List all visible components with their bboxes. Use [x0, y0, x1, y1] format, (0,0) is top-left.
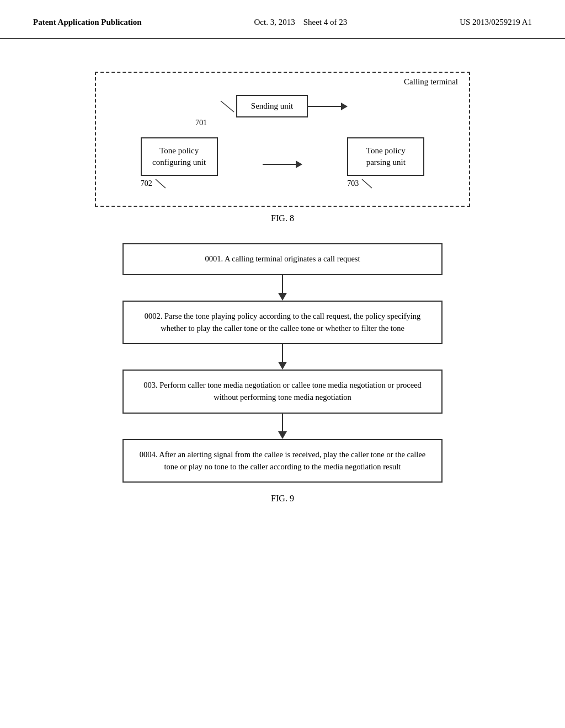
- publication-label: Patent Application Publication: [33, 18, 142, 27]
- ref-701: 701: [195, 119, 207, 127]
- fig8-diagram: Calling terminal 701 Sending unit: [95, 72, 470, 207]
- flow-step-1: 0001. A calling terminal originates a ca…: [122, 243, 443, 275]
- patent-number: US 2013/0259219 A1: [460, 18, 532, 27]
- fig8-caption: FIG. 8: [44, 213, 521, 223]
- fig9-diagram: 0001. A calling terminal originates a ca…: [122, 243, 443, 483]
- flow-step-2: 0002. Parse the tone playing policy acco…: [122, 301, 443, 345]
- calling-terminal-label: Calling terminal: [404, 77, 458, 87]
- page-header: Patent Application Publication Oct. 3, 2…: [0, 0, 565, 39]
- calling-terminal-box: Calling terminal 701 Sending unit: [95, 72, 470, 207]
- svg-line-1: [156, 179, 166, 188]
- ref-702: 702: [141, 179, 152, 188]
- parsing-unit-block: Tone policy parsing unit 703: [347, 137, 424, 189]
- slash-702: [153, 178, 169, 189]
- arrow-1-2: [278, 275, 287, 301]
- svg-line-2: [362, 179, 372, 188]
- fig9-caption: FIG. 9: [44, 494, 521, 504]
- tone-policy-parsing-box: Tone policy parsing unit: [347, 137, 424, 176]
- arrow-3-4: [278, 414, 287, 439]
- slash-703: [360, 178, 375, 189]
- bottom-arrow: [263, 160, 302, 168]
- configuring-unit-block: Tone policy configuring unit 702: [141, 137, 218, 189]
- svg-line-0: [221, 101, 234, 112]
- date-label: Oct. 3, 2013 Sheet 4 of 23: [254, 18, 348, 27]
- sending-unit-box: Sending unit: [236, 95, 308, 117]
- ref-703: 703: [347, 179, 359, 188]
- tone-policy-configuring-box: Tone policy configuring unit: [141, 137, 218, 176]
- flow-step-4: 0004. After an alerting signal from the …: [122, 439, 443, 483]
- flow-step-3: 003. Perform caller tone media negotiati…: [122, 370, 443, 414]
- slash-701: [217, 100, 237, 113]
- page-content: Calling terminal 701 Sending unit: [0, 39, 565, 545]
- arrow-2-3: [278, 344, 287, 370]
